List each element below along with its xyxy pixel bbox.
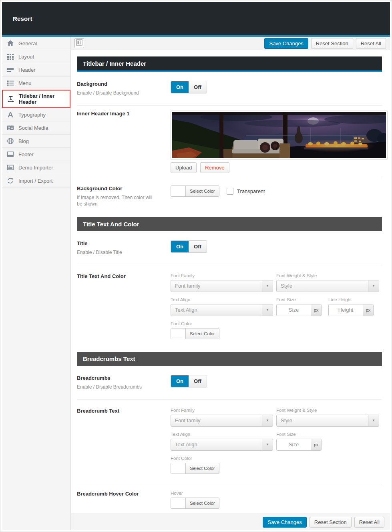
transparent-label: Transparent	[237, 188, 265, 194]
title-label: Title	[77, 240, 163, 246]
chevron-down-icon[interactable]: ▼	[262, 439, 273, 450]
background-label: Background	[77, 81, 163, 87]
color-swatch[interactable]	[171, 186, 186, 196]
toolbar-buttons: Save Changes Reset Section Reset All	[264, 38, 386, 49]
reset-section-button[interactable]: Reset Section	[311, 38, 353, 49]
globe-icon	[7, 137, 14, 145]
breadcrumbs-toggle-off[interactable]: Off	[189, 375, 207, 387]
resort-terrace-image	[172, 112, 386, 158]
background-toggle: On Off	[171, 81, 207, 93]
title-font-family-select[interactable]: Font family ▼	[171, 280, 273, 292]
save-changes-button[interactable]: Save Changes	[264, 38, 308, 49]
upload-button[interactable]: Upload	[171, 162, 197, 173]
chevron-down-icon[interactable]: ▼	[262, 280, 273, 292]
sidebar-item-label: Menu	[18, 80, 32, 86]
sidebar-item-demo-importer[interactable]: Demo Importer	[2, 161, 70, 174]
font-size-label: Font Size	[276, 432, 321, 437]
font-size-label: Font Size	[276, 297, 321, 302]
color-swatch[interactable]	[171, 328, 186, 339]
chevron-down-icon[interactable]: ▼	[262, 415, 273, 426]
title-text-color-label: Title Text And Color	[77, 273, 163, 279]
section-header-breadcrumbs: Breadcrumbs Text	[77, 352, 382, 366]
background-toggle-on[interactable]: On	[171, 81, 189, 93]
sidebar-item-typography[interactable]: Typography	[2, 108, 70, 121]
header-icon	[7, 66, 14, 73]
select-color-button[interactable]: Select Color	[186, 463, 219, 474]
reset-all-button[interactable]: Reset All	[356, 38, 386, 49]
font-family-label: Font Family	[171, 408, 273, 413]
title-font-weight-select[interactable]: Style ▼	[276, 280, 379, 292]
title-row: Title Enable / Disable Title On Off	[77, 231, 382, 265]
title-desc: Enable / Disable Title	[77, 249, 156, 256]
color-swatch[interactable]	[171, 463, 186, 474]
layout-toggle-icon	[76, 39, 82, 47]
sidebar-item-blog[interactable]: Blog	[2, 135, 70, 148]
footer-toolbar: Save Changes Reset Section Reset All	[71, 514, 390, 530]
chevron-down-icon[interactable]: ▼	[262, 304, 273, 316]
background-desc: Enable / Disable Background	[77, 90, 156, 96]
title-line-height-input[interactable]	[329, 304, 363, 316]
title-font-size-input[interactable]	[277, 304, 311, 316]
reset-section-button-bottom[interactable]: Reset Section	[310, 517, 352, 528]
text-align-label: Text Align	[171, 297, 273, 302]
breadcrumbs-desc: Enable / Disable Breadcrumbs	[77, 384, 156, 390]
select-color-button[interactable]: Select Color	[186, 186, 219, 196]
sync-icon	[7, 177, 14, 184]
sidebar-item-footer[interactable]: Footer	[2, 148, 70, 161]
sidebar-filler	[2, 187, 70, 530]
breadcrumb-text-align-select[interactable]: Text Align ▼	[171, 439, 273, 451]
title-text-align-select[interactable]: Text Align ▼	[171, 304, 273, 316]
save-changes-button-bottom[interactable]: Save Changes	[263, 517, 306, 528]
breadcrumb-font-color-picker[interactable]: Select Color	[171, 463, 219, 474]
inner-header-image-label: Inner Header Image 1	[77, 111, 163, 117]
background-row: Background Enable / Disable Background O…	[77, 72, 382, 106]
transparent-checkbox[interactable]	[227, 188, 233, 195]
sidebar-item-titlebar-inner-header[interactable]: Titlebar / Inner Header	[2, 90, 70, 108]
sidebar-item-menu[interactable]: Menu	[2, 77, 70, 90]
theme-options-page: Resort General Layout Header Menu	[0, 0, 392, 532]
sidebar-item-import-export[interactable]: Import / Export	[2, 174, 70, 187]
background-color-picker[interactable]: Select Color	[171, 185, 219, 197]
collapse-layout-button[interactable]	[74, 38, 84, 48]
content-panel: Save Changes Reset Section Reset All Tit…	[71, 37, 390, 530]
sidebar-item-header[interactable]: Header	[2, 63, 70, 77]
background-color-row: Background Color If Image is removed, Th…	[77, 178, 382, 214]
line-height-label: Line Height	[328, 297, 373, 302]
chevron-down-icon[interactable]: ▼	[368, 415, 379, 426]
inner-header-image-row: Inner Header Image 1	[77, 106, 382, 178]
sidebar-item-layout[interactable]: Layout	[2, 50, 70, 63]
color-swatch[interactable]	[171, 498, 186, 508]
reset-all-button-bottom[interactable]: Reset All	[354, 517, 384, 528]
section-header-titlebar: Titlebar / Inner Header	[77, 56, 382, 72]
font-family-label: Font Family	[171, 273, 273, 278]
title-text-color-row: Title Text And Color Font Family Font fa…	[77, 265, 382, 349]
title-toggle-off[interactable]: Off	[189, 241, 207, 252]
font-weight-label: Font Weight & Style	[276, 408, 379, 413]
background-color-label: Background Color	[77, 185, 163, 191]
sidebar-item-social-media[interactable]: Social Media	[2, 121, 70, 135]
sidebar-item-label: Header	[18, 67, 36, 73]
select-color-button[interactable]: Select Color	[186, 328, 219, 339]
breadcrumb-font-family-select[interactable]: Font family ▼	[171, 415, 273, 427]
breadcrumb-hover-color-picker[interactable]: Select Color	[171, 498, 219, 509]
sidebar-item-general[interactable]: General	[2, 37, 70, 50]
sidebar-nav: General Layout Header Menu Titlebar / In…	[2, 37, 71, 530]
font-color-label: Font Color	[171, 321, 382, 326]
text-align-label: Text Align	[171, 432, 273, 437]
select-color-button[interactable]: Select Color	[186, 498, 219, 508]
content-toolbar: Save Changes Reset Section Reset All	[71, 37, 390, 50]
breadcrumb-font-size-input[interactable]	[277, 439, 311, 450]
breadcrumb-hover-color-row: Breadcrumb Hover Color Hover Select Colo…	[77, 484, 382, 514]
remove-button[interactable]: Remove	[200, 162, 229, 173]
title-toggle-on[interactable]: On	[171, 241, 189, 252]
breadcrumb-font-weight-select[interactable]: Style ▼	[276, 415, 379, 427]
importer-icon	[7, 164, 14, 171]
font-weight-label: Font Weight & Style	[276, 273, 379, 278]
home-icon	[7, 40, 14, 47]
background-toggle-off[interactable]: Off	[189, 81, 207, 93]
title-font-color-picker[interactable]: Select Color	[171, 328, 219, 339]
px-unit-suffix: px	[363, 304, 373, 316]
chevron-down-icon[interactable]: ▼	[368, 280, 379, 292]
sidebar-item-label: Typography	[18, 112, 46, 118]
breadcrumbs-toggle-on[interactable]: On	[171, 375, 189, 387]
